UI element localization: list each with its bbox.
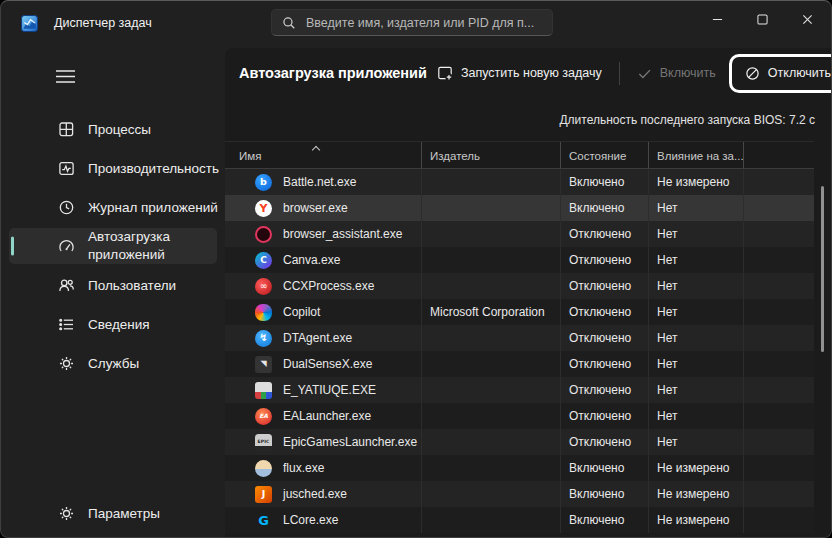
sidebar-item-label: Службы <box>88 356 139 371</box>
table-row[interactable]: J jusched.exe Включено Не измерено <box>225 481 814 507</box>
new-task-window-icon <box>437 65 453 81</box>
column-header-name[interactable]: Имя <box>225 142 422 168</box>
run-new-task-label: Запустить новую задачу <box>461 66 602 80</box>
app-status: Отключено <box>561 221 649 247</box>
sidebar-item-app-history[interactable]: Журнал приложений <box>9 189 217 225</box>
performance-pulse-icon <box>58 160 75 177</box>
app-startup-impact: Не измерено <box>649 481 744 507</box>
app-name: Copilot <box>283 305 320 319</box>
app-name: browser.exe <box>283 201 348 215</box>
table-row[interactable]: browser_assistant.exe Отключено Нет <box>225 221 814 247</box>
processes-grid-icon <box>58 121 75 138</box>
app-name: jusched.exe <box>283 487 347 501</box>
table-row[interactable]: ∞ CCXProcess.exe Отключено Нет <box>225 273 814 299</box>
sidebar-item-processes[interactable]: Процессы <box>9 111 217 147</box>
copilot-app-icon <box>255 304 272 321</box>
startup-gauge-icon <box>58 238 75 255</box>
sidebar-item-label: Процессы <box>88 122 151 137</box>
app-publisher <box>422 247 561 273</box>
app-startup-impact: Не измерено <box>649 507 744 533</box>
sidebar-item-users[interactable]: Пользователи <box>9 267 217 303</box>
table-row[interactable]: ◥ DualSenseX.exe Отключено Нет <box>225 351 814 377</box>
table-body: b Battle.net.exe Включено Не измерено Y … <box>225 169 814 533</box>
app-publisher <box>422 273 561 299</box>
sidebar-item-label: Производительность <box>88 161 219 176</box>
hamburger-menu-icon[interactable] <box>56 63 82 89</box>
app-name: E_YATIUQE.EXE <box>283 383 376 397</box>
table-row[interactable]: E_YATIUQE.EXE Отключено Нет <box>225 377 814 403</box>
java-app-icon: J <box>255 486 272 503</box>
sidebar-item-label: Пользователи <box>88 278 176 293</box>
daemon-app-icon: ↯ <box>255 330 272 347</box>
sidebar-item-services[interactable]: Службы <box>9 345 217 381</box>
maximize-button[interactable] <box>740 2 785 36</box>
table-row[interactable]: flux.exe Включено Не измерено <box>225 455 814 481</box>
flux-app-icon <box>255 460 272 477</box>
vertical-scrollbar-thumb[interactable] <box>821 186 824 352</box>
settings-label: Параметры <box>88 506 160 521</box>
app-history-clock-icon <box>58 199 75 216</box>
opera-ring-app-icon <box>255 226 272 243</box>
enable-button[interactable]: Включить <box>627 59 726 88</box>
app-publisher <box>422 195 561 221</box>
table-row[interactable]: EPIC EpicGamesLauncher.exe Отключено Нет <box>225 429 814 455</box>
app-name: CCXProcess.exe <box>283 279 374 293</box>
app-publisher <box>422 351 561 377</box>
app-status: Включено <box>561 195 649 221</box>
column-header-impact[interactable]: Влияние на за... <box>649 142 744 168</box>
app-name: DTAgent.exe <box>283 331 352 345</box>
sidebar-item-startup-apps[interactable]: Автозагрузка приложений <box>9 228 217 264</box>
dualsense-app-icon: ◥ <box>255 356 272 373</box>
printer-app-icon <box>255 382 272 399</box>
minimize-button[interactable] <box>695 2 740 36</box>
app-status: Отключено <box>561 403 649 429</box>
selected-accent-pill <box>11 237 14 256</box>
app-startup-impact: Нет <box>649 351 744 377</box>
app-status: Отключено <box>561 377 649 403</box>
app-name: DualSenseX.exe <box>283 357 372 371</box>
details-list-icon <box>58 316 75 333</box>
search-input[interactable] <box>306 16 542 30</box>
disable-button[interactable]: Отключить <box>735 59 832 88</box>
app-startup-impact: Нет <box>649 247 744 273</box>
adobe-app-icon: ∞ <box>255 278 272 295</box>
close-button[interactable] <box>785 2 830 36</box>
table-header: Имя Издатель Состояние Влияние на за... <box>225 141 814 169</box>
search-box[interactable] <box>271 9 553 36</box>
sidebar-item-settings[interactable]: Параметры <box>9 495 217 531</box>
app-startup-impact: Нет <box>649 195 744 221</box>
sidebar-item-performance[interactable]: Производительность <box>9 150 217 186</box>
main-panel: Автозагрузка приложений Запустить новую … <box>225 48 831 537</box>
app-startup-impact: Нет <box>649 429 744 455</box>
toolbar-actions: Запустить новую задачу Включить <box>427 54 832 93</box>
app-publisher: Microsoft Corporation <box>422 299 561 325</box>
app-publisher <box>422 429 561 455</box>
table-row[interactable]: C Canva.exe Отключено Нет <box>225 247 814 273</box>
sidebar: Процессы Производительность Журнал <box>1 48 225 537</box>
table-row[interactable]: b Battle.net.exe Включено Не измерено <box>225 169 814 195</box>
app-status: Отключено <box>561 351 649 377</box>
app-startup-impact: Не измерено <box>649 455 744 481</box>
app-startup-impact: Нет <box>649 221 744 247</box>
column-header-publisher[interactable]: Издатель <box>422 142 561 168</box>
sidebar-item-label: Журнал приложений <box>88 200 218 215</box>
table-row[interactable]: ↯ DTAgent.exe Отключено Нет <box>225 325 814 351</box>
column-header-filler <box>744 142 814 168</box>
table-row[interactable]: EA EALauncher.exe Отключено Нет <box>225 403 814 429</box>
bios-duration-row: Длительность последнего запуска BIOS: 7.… <box>225 98 831 141</box>
app-publisher <box>422 507 561 533</box>
sidebar-item-details[interactable]: Сведения <box>9 306 217 342</box>
run-new-task-button[interactable]: Запустить новую задачу <box>427 58 612 88</box>
table-row[interactable]: G LCore.exe Включено Не измерено <box>225 507 814 533</box>
checkmark-icon <box>637 66 652 81</box>
table-row[interactable]: Y browser.exe Включено Нет <box>225 195 814 221</box>
sidebar-bottom: Параметры <box>1 495 225 537</box>
app-publisher <box>422 481 561 507</box>
app-name: LCore.exe <box>283 513 338 527</box>
app-publisher <box>422 455 561 481</box>
app-name: EALauncher.exe <box>283 409 371 423</box>
task-manager-window: Диспетчер задач <box>0 0 832 538</box>
table-row[interactable]: Copilot Microsoft Corporation Отключено … <box>225 299 814 325</box>
column-header-status[interactable]: Состояние <box>561 142 649 168</box>
app-startup-impact: Не измерено <box>649 169 744 195</box>
